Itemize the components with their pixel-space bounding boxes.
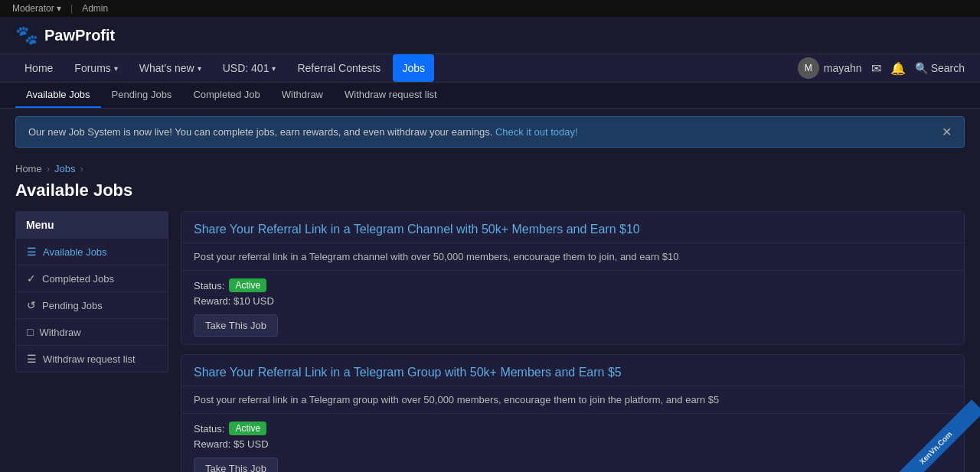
alert-link[interactable]: Check it out today!	[495, 126, 578, 138]
job-card-2: Share Your Referral Link in a Telegram G…	[181, 354, 965, 472]
job-card-1-header: Share Your Referral Link in a Telegram C…	[181, 212, 964, 243]
whats-new-arrow-icon: ▾	[198, 64, 201, 73]
nav-jobs[interactable]: Jobs	[393, 54, 434, 82]
clock-icon-pending: ↺	[27, 299, 36, 311]
subnav-pending-jobs[interactable]: Pending Jobs	[101, 83, 183, 108]
breadcrumb: Home › Jobs ›	[0, 155, 980, 177]
job-card-1-meta: Status: Active Reward: $10 USD Take This…	[181, 271, 964, 344]
job-card-2-status: Status: Active	[194, 422, 952, 435]
sidebar-item-completed-jobs[interactable]: ✓ Completed Jobs	[16, 265, 168, 292]
job-card-2-desc: Post your referral link in a Telegram gr…	[181, 386, 964, 414]
reward-label-2: Reward:	[194, 438, 230, 450]
check-icon-completed: ✓	[27, 272, 36, 285]
sidebar-title: Menu	[15, 211, 168, 239]
nav-referral[interactable]: Referral Contests	[288, 54, 390, 82]
admin-link[interactable]: Admin	[82, 3, 108, 14]
subnav-withdraw[interactable]: Withdraw	[271, 83, 334, 108]
content: Menu ☰ Available Jobs ✓ Completed Jobs ↺…	[0, 211, 980, 472]
job-card-1-reward: Reward: $10 USD	[194, 295, 952, 307]
job-card-2-reward: Reward: $5 USD	[194, 438, 952, 450]
sidebar-item-withdraw-request-list[interactable]: ☰ Withdraw request list	[16, 346, 168, 372]
main-nav: Home Forums ▾ What's new ▾ USD: 401 ▾ Re…	[0, 54, 980, 83]
list-icon-withdraw-request: ☰	[27, 353, 37, 365]
moderator-link[interactable]: Moderator ▾	[12, 3, 61, 14]
status-badge-2: Active	[229, 422, 266, 435]
nav-home[interactable]: Home	[15, 54, 62, 82]
mail-icon[interactable]: ✉	[871, 61, 881, 76]
subnav-available-jobs[interactable]: Available Jobs	[15, 83, 101, 108]
header: 🐾 PawProfit	[0, 17, 980, 54]
sidebar-item-available-jobs[interactable]: ☰ Available Jobs	[16, 239, 168, 265]
job-card-1-title[interactable]: Share Your Referral Link in a Telegram C…	[194, 223, 640, 236]
reward-value-2: $5 USD	[234, 438, 269, 450]
sidebar: Menu ☰ Available Jobs ✓ Completed Jobs ↺…	[15, 211, 168, 472]
sidebar-item-withdraw[interactable]: □ Withdraw	[16, 319, 168, 346]
logo[interactable]: 🐾 PawProfit	[15, 24, 115, 46]
forums-arrow-icon: ▾	[114, 64, 118, 73]
avatar: M	[798, 57, 819, 79]
subnav-withdraw-request-list[interactable]: Withdraw request list	[334, 83, 448, 108]
job-card-1-desc: Post your referral link in a Telegram ch…	[181, 243, 964, 271]
username: mayahn	[824, 62, 862, 74]
nav-left: Home Forums ▾ What's new ▾ USD: 401 ▾ Re…	[15, 54, 434, 82]
status-label-2: Status:	[194, 423, 224, 435]
take-job-button-2[interactable]: Take This Job	[194, 457, 278, 472]
take-job-button-1[interactable]: Take This Job	[194, 314, 278, 337]
sidebar-menu: ☰ Available Jobs ✓ Completed Jobs ↺ Pend…	[15, 239, 168, 373]
search-icon: 🔍	[915, 62, 928, 74]
nav-whats-new[interactable]: What's new ▾	[130, 54, 211, 82]
search-label: Search	[931, 62, 965, 74]
box-icon-withdraw: □	[27, 326, 33, 338]
job-card-2-header: Share Your Referral Link in a Telegram G…	[181, 355, 964, 386]
alert-text: Our new Job System is now live! You can …	[28, 126, 578, 138]
job-card-1-status: Status: Active	[194, 278, 952, 292]
moderator-label: Moderator	[12, 3, 54, 14]
job-card-2-title[interactable]: Share Your Referral Link in a Telegram G…	[194, 366, 622, 379]
status-label-1: Status:	[194, 280, 224, 291]
alert-main-text: Our new Job System is now live! You can …	[28, 126, 492, 138]
job-card-2-meta: Status: Active Reward: $5 USD Take This …	[181, 414, 964, 472]
breadcrumb-jobs: Jobs	[54, 163, 75, 174]
sidebar-item-pending-jobs[interactable]: ↺ Pending Jobs	[16, 292, 168, 319]
alert-close-button[interactable]: ✕	[942, 125, 952, 139]
logo-paw-icon: 🐾	[15, 24, 38, 46]
jobs-list: Share Your Referral Link in a Telegram C…	[181, 211, 965, 472]
reward-value-1: $10 USD	[234, 295, 274, 307]
sub-nav: Available Jobs Pending Jobs Completed Jo…	[0, 83, 980, 109]
bell-icon[interactable]: 🔔	[890, 61, 906, 76]
logo-text: PawProfit	[44, 27, 115, 44]
subnav-completed-job[interactable]: Completed Job	[182, 83, 270, 108]
alert-banner: Our new Job System is now live! You can …	[15, 116, 965, 148]
top-bar: Moderator ▾ | Admin	[0, 0, 980, 17]
list-icon-available: ☰	[27, 246, 37, 258]
page-title: Available Jobs	[0, 177, 980, 211]
admin-label: Admin	[82, 3, 108, 14]
job-card-1: Share Your Referral Link in a Telegram C…	[181, 211, 965, 345]
user-badge: M mayahn	[798, 57, 862, 79]
usd-arrow-icon: ▾	[272, 64, 276, 73]
breadcrumb-home[interactable]: Home	[15, 163, 42, 174]
breadcrumb-sep-1: ›	[47, 163, 50, 174]
nav-right: M mayahn ✉ 🔔 🔍 Search	[798, 57, 965, 79]
reward-label-1: Reward:	[194, 295, 230, 307]
search-button[interactable]: 🔍 Search	[915, 62, 965, 74]
nav-forums[interactable]: Forums ▾	[65, 54, 126, 82]
nav-usd[interactable]: USD: 401 ▾	[214, 54, 286, 82]
status-badge-1: Active	[229, 278, 266, 292]
breadcrumb-sep-2: ›	[80, 163, 83, 174]
